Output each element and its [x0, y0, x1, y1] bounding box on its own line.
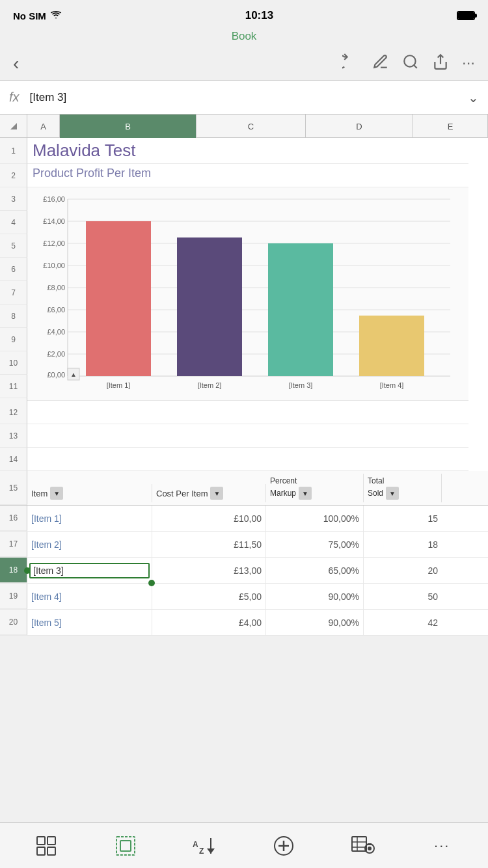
row-num-4: 4 — [0, 211, 27, 234]
td-cost-4: £5,00 — [152, 584, 266, 609]
data-row-18-selected: 18 [Item 3] £13,00 65,00% 20 — [0, 558, 488, 584]
bar-item3[interactable] — [268, 243, 333, 376]
svg-text:[Item 2]: [Item 2] — [198, 381, 222, 389]
th-sold-label1: Total — [368, 476, 384, 485]
row14-cell — [27, 448, 468, 471]
row-num-14: 14 — [0, 448, 27, 471]
app-title: Book — [232, 30, 257, 42]
selected-cell-content: [Item 3] — [29, 563, 150, 578]
share-button[interactable] — [432, 53, 449, 74]
formula-content[interactable]: [Item 3] — [30, 91, 468, 104]
insert-icon — [273, 835, 294, 856]
time-display: 10:13 — [245, 9, 273, 22]
undo-button[interactable] — [342, 53, 359, 74]
td-cost-1: £10,00 — [152, 506, 266, 531]
item-filter-button[interactable]: ▼ — [50, 487, 63, 500]
svg-text:£8,00: £8,00 — [47, 284, 65, 292]
toolbar-right-group: ··· — [342, 53, 475, 74]
svg-text:£12,00: £12,00 — [43, 239, 65, 247]
cost-filter-button[interactable]: ▼ — [210, 487, 223, 500]
table-camera-button[interactable] — [323, 835, 403, 856]
svg-text:A: A — [193, 840, 198, 849]
col-header-b[interactable]: B — [60, 115, 197, 138]
th-markup: Percent Markup ▼ — [266, 474, 364, 502]
sort-filter-button[interactable]: A Z — [165, 835, 244, 856]
column-header-row: A B C D E — [0, 115, 488, 138]
td-markup-4: 90,00% — [266, 584, 364, 609]
chart-area[interactable]: £16,00 £14,00 £12,00 £10,00 £8,00 £6,00 … — [27, 187, 468, 401]
corner-header — [0, 115, 27, 137]
more-options-button[interactable]: ··· — [402, 837, 481, 854]
row-num-9: 9 — [0, 328, 27, 351]
td-item-1[interactable]: [Item 1] — [27, 506, 152, 531]
bottom-toolbar: A Z ··· — [0, 822, 488, 868]
formula-dropdown-button[interactable]: ⌄ — [468, 90, 479, 105]
row-num-15: 15 — [0, 471, 27, 505]
row-num-1: 1 — [0, 138, 27, 164]
td-markup-3: 65,00% — [266, 558, 364, 583]
td-item-2[interactable]: [Item 2] — [27, 532, 152, 557]
svg-rect-31 — [116, 837, 135, 855]
th-cost: Cost Per Item ▼ — [152, 484, 266, 502]
data-row-19: 19 [Item 4] £5,00 90,00% 50 — [0, 584, 488, 610]
grid-icon — [36, 835, 57, 856]
svg-text:Z: Z — [199, 847, 204, 856]
back-button[interactable]: ‹ — [13, 53, 19, 74]
svg-rect-32 — [120, 841, 131, 851]
status-bar: No SIM 10:13 — [0, 0, 488, 29]
col-header-e[interactable]: E — [413, 115, 488, 138]
more-button[interactable]: ··· — [462, 53, 475, 74]
search-button[interactable] — [402, 53, 419, 74]
more-dots-icon: ··· — [434, 837, 450, 854]
toolbar-left-group: ‹ — [13, 53, 19, 74]
formula-bar: fx [Item 3] ⌄ — [0, 81, 488, 115]
main-toolbar: ‹ ··· — [0, 47, 488, 81]
td-sold-5: 42 — [364, 610, 442, 635]
td-item-3-selected[interactable]: [Item 3] — [27, 558, 152, 583]
markup-filter-button[interactable]: ▼ — [299, 487, 312, 500]
td-markup-2: 75,00% — [266, 532, 364, 557]
selection-handle-left — [24, 567, 31, 574]
selection-handle-right — [148, 580, 155, 586]
td-cost-3: £13,00 — [152, 558, 266, 583]
row-num-10: 10 — [0, 351, 27, 375]
svg-text:£0,00: £0,00 — [47, 371, 65, 379]
svg-text:£2,00: £2,00 — [47, 350, 65, 358]
td-item-5[interactable]: [Item 5] — [27, 610, 152, 635]
carrier-info: No SIM — [13, 10, 62, 21]
row-num-5: 5 — [0, 234, 27, 258]
battery-status — [457, 11, 475, 20]
bar-item1[interactable] — [86, 221, 151, 376]
svg-point-45 — [368, 847, 372, 850]
td-sold-4: 50 — [364, 584, 442, 609]
th-cost-label: Cost Per Item — [156, 489, 208, 498]
select-all-triangle[interactable] — [10, 123, 17, 129]
col-header-d[interactable]: D — [306, 115, 413, 138]
svg-rect-30 — [47, 847, 55, 855]
svg-text:£6,00: £6,00 — [47, 306, 65, 314]
row-num-20: 20 — [0, 610, 27, 635]
range-icon — [115, 835, 136, 856]
svg-text:[Item 4]: [Item 4] — [380, 381, 404, 389]
bar-item4[interactable] — [359, 316, 424, 376]
col-header-a[interactable]: A — [27, 115, 60, 138]
insert-button[interactable] — [244, 835, 323, 856]
td-item-4[interactable]: [Item 4] — [27, 584, 152, 609]
th-sold: Total Sold ▼ — [364, 474, 442, 502]
draw-button[interactable] — [372, 53, 389, 74]
table-headers: Item ▼ Cost Per Item ▼ Percent Markup ▼ — [27, 471, 488, 505]
sold-filter-button[interactable]: ▼ — [386, 487, 399, 500]
svg-rect-28 — [47, 837, 55, 845]
grid-view-button[interactable] — [7, 835, 86, 856]
col-header-c[interactable]: C — [197, 115, 306, 138]
th-sold-label2: Sold — [368, 489, 383, 498]
row-num-7: 7 — [0, 281, 27, 305]
bar-item2[interactable] — [177, 237, 242, 376]
row13-cell — [27, 424, 468, 448]
chart-main-title: Malavida Test — [33, 141, 136, 160]
td-sold-3: 20 — [364, 558, 442, 583]
chart-subtitle: Product Profit Per Item — [33, 167, 151, 180]
row-num-2: 2 — [0, 164, 27, 187]
range-select-button[interactable] — [86, 835, 165, 856]
row-num-18: 18 — [0, 558, 27, 583]
